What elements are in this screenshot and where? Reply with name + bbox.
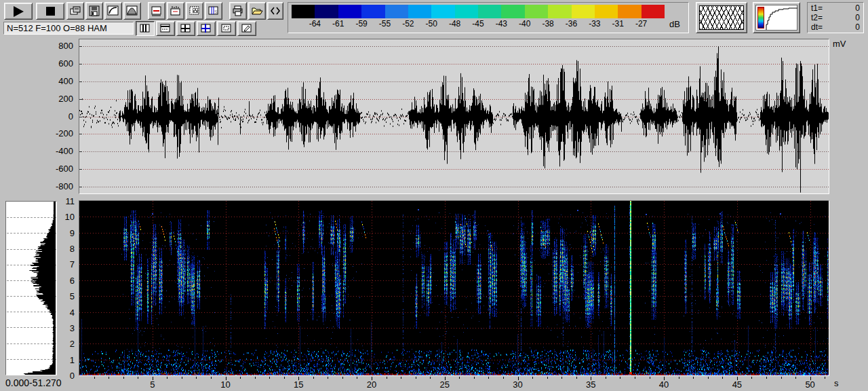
spectrogram-time-label: 40: [655, 379, 673, 390]
grid-horizontal-button[interactable]: [156, 21, 175, 36]
spectrogram-time-tick: [313, 377, 314, 379]
open-button[interactable]: [248, 2, 266, 20]
time-ruler-icon: [170, 5, 182, 16]
spectrogram-time-label: 45: [728, 379, 746, 390]
spectrogram-time-tick: [474, 377, 475, 379]
spectrogram-time-tick: [532, 377, 533, 379]
spectrogram-time-tick: [240, 377, 241, 379]
fft-params-field[interactable]: N=512 F=100 O=88 HAM: [3, 22, 134, 35]
copy-display-icon: [69, 5, 81, 16]
colorbar-tick-label: -36: [566, 19, 577, 29]
spectrogram-time-tick: [766, 377, 767, 379]
spectrogram-time-tick: [576, 377, 577, 379]
copy-display-button[interactable]: [66, 2, 84, 20]
spectrogram-freq-label: 7: [60, 259, 75, 269]
spectrogram-freq-label: 10: [60, 212, 75, 222]
t2-label: t2=: [811, 13, 823, 22]
window-function-button[interactable]: [123, 2, 141, 20]
transfer-curve-icon: [107, 5, 119, 16]
spectrogram-unit-label: s: [834, 378, 839, 388]
spectrogram-time-tick: [650, 377, 650, 379]
play-button[interactable]: [4, 3, 33, 20]
spectrogram-time-tick: [182, 377, 182, 379]
spectrogram-time-label: 10: [217, 379, 235, 390]
spectrogram-plot[interactable]: [79, 201, 829, 375]
spectrogram-time-label: 5: [144, 379, 161, 390]
colorbar-tick-label: -38: [542, 19, 553, 29]
colorbar-tick-label: -31: [612, 19, 624, 29]
spectrogram-time-tick: [357, 377, 357, 379]
transfer-curve-panel[interactable]: [753, 2, 800, 33]
spectrogram-time-tick: [606, 377, 606, 379]
colorbar-tick-label: -64: [309, 19, 321, 29]
colorbar-tick-label: -52: [402, 19, 414, 29]
readout-row-dt: dt= 0: [811, 22, 860, 31]
waveform-plot-frame: [79, 39, 829, 194]
spectrogram-time-tick: [269, 377, 270, 379]
inner-frame-button[interactable]: [217, 21, 236, 36]
spectrogram-freq-label: 1: [60, 355, 75, 365]
waveform-tick-label: -800: [42, 181, 73, 191]
scroll-arrows-button[interactable]: [267, 2, 283, 20]
annotate-button[interactable]: [237, 21, 256, 36]
waveform-plot[interactable]: [79, 39, 829, 193]
waveform-tick-label: -200: [42, 128, 73, 138]
spectrogram-time-tick: [284, 377, 285, 379]
colorbar-tick-label: -40: [519, 19, 530, 29]
readout-row-t1: t1= 0: [811, 3, 860, 12]
colorbar-tick-label: -27: [635, 19, 647, 29]
spectrogram-time-tick: [211, 377, 212, 379]
spectrogram-time-tick: [547, 377, 548, 379]
spectrogram-time-tick: [196, 377, 197, 379]
transfer-curve-icon: [766, 5, 798, 31]
transfer-curve-button[interactable]: [104, 2, 122, 20]
t2-value: 0: [855, 13, 860, 22]
svg-text:s: s: [214, 8, 218, 15]
spectrogram-time-tick: [781, 377, 782, 379]
colorbar-tick-label: -45: [472, 19, 484, 29]
spectrogram-time-tick: [387, 377, 387, 379]
spectrogram-time-tick: [255, 377, 256, 379]
colorbar-tick-label: -59: [355, 19, 367, 29]
colorbar-tick-label: -48: [449, 19, 460, 29]
open-folder-icon: [251, 5, 263, 16]
time-ruler-button[interactable]: [167, 2, 184, 20]
grid-cross-icon: [200, 23, 212, 34]
spectrogram-app: s N=512 F=100 O=88 HAM -64-61-59-55-52-5…: [0, 0, 868, 391]
spectrogram-freq-label: 2: [60, 339, 75, 349]
window-function-icon: [126, 5, 138, 16]
colorbar-tick-label: -43: [496, 19, 507, 29]
waveform-tick-label: 0: [42, 111, 73, 122]
avg-spectrum-plot[interactable]: [6, 202, 56, 375]
transfer-curve-display: [755, 5, 797, 31]
spectrogram-time-tick: [94, 377, 95, 379]
colorbar-panel[interactable]: -64-61-59-55-52-50-48-45-43-40-38-36-33-…: [288, 2, 689, 33]
stop-button[interactable]: [36, 3, 64, 20]
grid-vertical-button[interactable]: [136, 21, 155, 36]
colorbar-unit-label: dB: [669, 19, 680, 29]
spectrogram-plot-frame: [79, 200, 829, 376]
spectrogram-time-tick: [342, 377, 343, 379]
waveform-tick-label: -600: [42, 164, 73, 174]
save-button[interactable]: [85, 2, 103, 20]
annotate-icon: [241, 23, 253, 34]
waveform-tick-label: 400: [42, 76, 73, 86]
spectrogram-freq-label: 0: [60, 371, 75, 381]
spectrogram-time-tick: [620, 377, 620, 379]
grid-cross-button[interactable]: [197, 21, 216, 36]
spectrogram-freq-label: 6: [60, 276, 75, 286]
colorbar-tick-label: -50: [426, 19, 437, 29]
dt-value: 0: [855, 22, 860, 32]
spectrum-settings-button[interactable]: s: [205, 2, 222, 20]
grid-table-button[interactable]: [176, 21, 195, 36]
spectrogram-time-tick: [123, 377, 124, 379]
spectrogram-freq-label: 8: [60, 244, 75, 254]
spectrogram-time-tick: [167, 377, 167, 379]
window-overlap-icon: [699, 5, 744, 30]
window-overlap-panel[interactable]: [696, 2, 747, 33]
print-button[interactable]: [229, 2, 247, 20]
t1-value: 0: [855, 3, 860, 13]
selection-area-button[interactable]: [186, 2, 203, 20]
display-settings-button[interactable]: [148, 2, 165, 20]
waveform-tick-label: 600: [42, 58, 73, 69]
